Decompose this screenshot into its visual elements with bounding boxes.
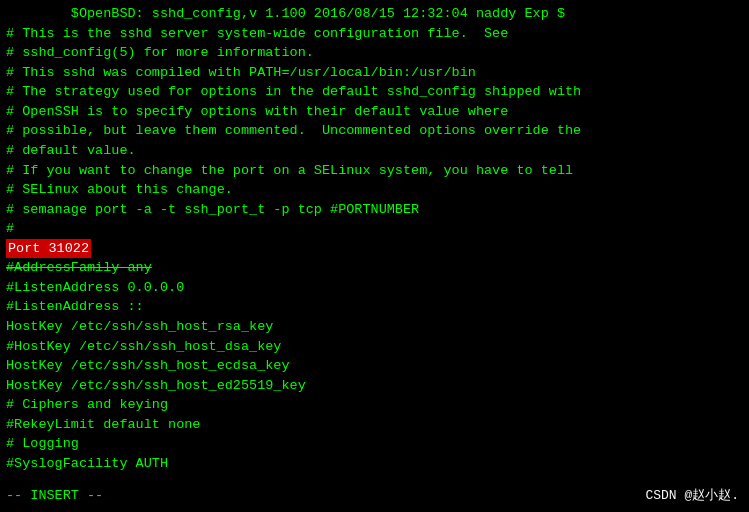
terminal-line: # default value. [6, 141, 743, 161]
terminal-line: $OpenBSD: sshd_config,v 1.100 2016/08/15… [6, 4, 743, 24]
terminal-line: -- INSERT -- [6, 486, 103, 506]
terminal-line: #HostKey /etc/ssh/ssh_host_dsa_key [6, 337, 743, 357]
terminal-line: # Logging [6, 434, 743, 454]
terminal-line: # If you want to change the port on a SE… [6, 161, 743, 181]
terminal-line: # OpenSSH is to specify options with the… [6, 102, 743, 122]
terminal-line: # semanage port -a -t ssh_port_t -p tcp … [6, 200, 743, 220]
terminal-line: HostKey /etc/ssh/ssh_host_rsa_key [6, 317, 743, 337]
terminal-line: HostKey /etc/ssh/ssh_host_ed25519_key [6, 376, 743, 396]
terminal-line: # This is the sshd server system-wide co… [6, 24, 743, 44]
terminal-line: #AddressFamily any [6, 258, 743, 278]
terminal-line: #ListenAddress 0.0.0.0 [6, 278, 743, 298]
terminal-line: # This sshd was compiled with PATH=/usr/… [6, 63, 743, 83]
terminal: $OpenBSD: sshd_config,v 1.100 2016/08/15… [0, 0, 749, 512]
strikethrough-line: #AddressFamily any [6, 260, 152, 275]
terminal-line: #SyslogFacility AUTH [6, 454, 743, 474]
terminal-line: # sshd_config(5) for more information. [6, 43, 743, 63]
terminal-line: #RekeyLimit default none [6, 415, 743, 435]
terminal-line: #ListenAddress :: [6, 297, 743, 317]
terminal-line: # SELinux about this change. [6, 180, 743, 200]
terminal-line: HostKey /etc/ssh/ssh_host_ecdsa_key [6, 356, 743, 376]
terminal-line: # Ciphers and keying [6, 395, 743, 415]
terminal-line: # [6, 219, 743, 239]
highlighted-port-line: Port 31022 [6, 239, 91, 259]
terminal-line: # possible, but leave them commented. Un… [6, 121, 743, 141]
terminal-line: # The strategy used for options in the d… [6, 82, 743, 102]
watermark: CSDN @赵小赵. [645, 487, 739, 506]
terminal-line: Port 31022 [6, 239, 743, 259]
lines-container: $OpenBSD: sshd_config,v 1.100 2016/08/15… [6, 4, 743, 474]
